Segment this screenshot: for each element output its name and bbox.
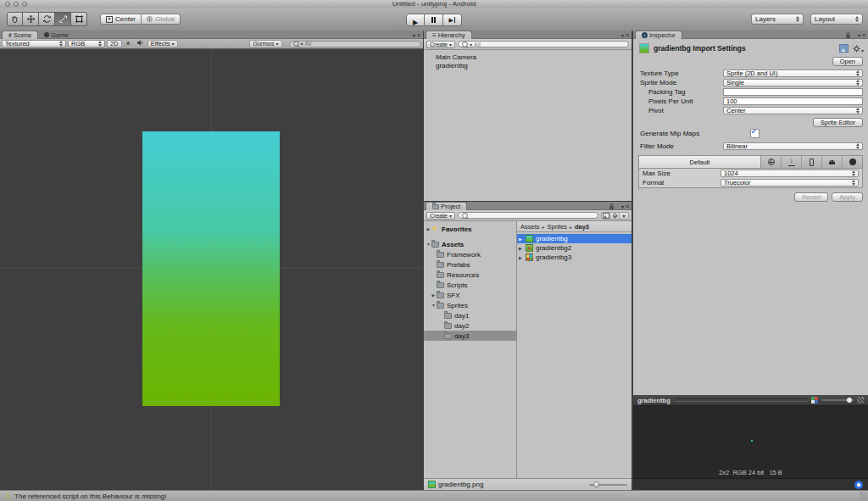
scene-search-input[interactable]: All [289, 41, 421, 47]
tab-project[interactable]: Project [426, 202, 467, 210]
tree-item-day2[interactable]: day2 [424, 320, 516, 331]
open-button[interactable]: Open [832, 57, 863, 66]
tab-hierarchy[interactable]: Hierarchy [426, 31, 472, 39]
platform-tab-default[interactable]: Default [639, 156, 761, 168]
step-button[interactable] [443, 14, 462, 26]
thumbnail-size-slider[interactable] [589, 484, 627, 486]
texture-type-dropdown[interactable]: Sprite (2D and UI) [723, 70, 863, 77]
tab-game[interactable]: Game [38, 31, 74, 39]
breadcrumb-assets[interactable]: Assets [520, 223, 545, 231]
project-create-button[interactable]: Create [426, 212, 455, 220]
file-row-gradientbg[interactable]: gradientbg [517, 234, 632, 243]
file-row-gradientbg3[interactable]: gradientbg3 [517, 253, 632, 262]
apply-button[interactable]: Apply [832, 192, 863, 202]
pivot-dropdown[interactable]: Center [723, 107, 863, 114]
draw-mode-dropdown[interactable]: Textured [2, 40, 66, 47]
tree-item-sprites[interactable]: Sprites [424, 300, 516, 310]
pane-menu-icon[interactable] [858, 31, 865, 39]
tab-inspector[interactable]: Inspector [635, 31, 682, 39]
search-by-type-button[interactable] [601, 212, 610, 220]
platform-tab-ios[interactable] [802, 156, 822, 168]
collapse-arrow-icon[interactable] [431, 303, 437, 308]
scale-tool-button[interactable] [55, 12, 71, 26]
hierarchy-item-main-camera[interactable]: Main Camera [424, 53, 632, 61]
render-mode-dropdown[interactable]: RGB [68, 40, 105, 47]
tree-item-scripts[interactable]: Scripts [424, 280, 516, 290]
resize-grip-icon[interactable] [860, 492, 867, 499]
tree-item-favorites[interactable]: Favorites [424, 224, 516, 234]
minimize-button[interactable] [14, 2, 19, 7]
format-dropdown[interactable]: Truecolor [721, 179, 859, 186]
gizmos-dropdown[interactable]: Gizmos [249, 40, 281, 47]
sprite-mode-dropdown[interactable]: Single [723, 79, 863, 86]
scene-lighting-button[interactable] [124, 40, 133, 47]
space-toggle-button[interactable]: Global [142, 14, 181, 25]
max-size-dropdown[interactable]: 1024 [721, 170, 859, 177]
effects-dropdown[interactable]: Effects [147, 40, 178, 47]
pause-button[interactable] [425, 14, 443, 26]
mip-level-icon[interactable] [857, 397, 864, 404]
close-button[interactable] [5, 2, 10, 7]
hierarchy-item-gradientbg[interactable]: gradientbg [424, 61, 632, 70]
tree-item-day3[interactable]: day3 [424, 331, 516, 341]
pixels-per-unit-field[interactable]: 100 [723, 97, 863, 105]
rgb-alpha-toggle-icon[interactable] [811, 397, 818, 404]
zoom-button[interactable] [22, 2, 27, 7]
tree-item-prefabs[interactable]: Prefabs [424, 259, 516, 270]
texture-icon[interactable] [839, 44, 849, 53]
pane-menu-icon[interactable] [621, 202, 629, 210]
tree-item-resources[interactable]: Resources [424, 270, 516, 280]
generate-mip-maps-checkbox[interactable] [750, 129, 760, 138]
scene-audio-button[interactable] [135, 40, 146, 47]
slider-knob[interactable] [593, 482, 599, 487]
project-search-input[interactable] [458, 212, 598, 219]
expand-arrow-icon[interactable] [426, 226, 431, 231]
pivot-toggle-button[interactable]: Center [100, 14, 142, 25]
packing-tag-field[interactable] [723, 88, 863, 96]
pane-menu-icon[interactable] [413, 31, 420, 39]
gear-menu-button[interactable] [853, 41, 864, 56]
status-bar[interactable]: The referenced script on this Behaviour … [0, 490, 868, 501]
hand-tool-button[interactable] [7, 12, 23, 26]
breadcrumb-day3[interactable]: day3 [575, 223, 589, 231]
scene-viewport[interactable] [0, 49, 423, 490]
slider-knob[interactable] [847, 398, 852, 403]
tree-item-sfx[interactable]: SFX [424, 290, 516, 300]
file-row-gradientbg2[interactable]: gradientbg2 [517, 243, 632, 253]
platform-tab-other[interactable] [843, 156, 862, 168]
rect-tool-button[interactable] [71, 12, 87, 26]
move-tool-button[interactable] [23, 12, 39, 26]
hierarchy-search-input[interactable]: All [458, 41, 629, 47]
preview-header[interactable]: gradientbg [633, 395, 868, 406]
rotate-tool-button[interactable] [39, 12, 55, 26]
breadcrumb-sprites[interactable]: Sprites [548, 223, 572, 231]
expand-arrow-icon[interactable] [519, 255, 523, 260]
layout-dropdown[interactable]: Layout [810, 14, 863, 25]
tree-item-assets[interactable]: Assets [424, 239, 516, 249]
expand-arrow-icon[interactable] [519, 246, 523, 251]
pane-menu-icon[interactable] [621, 31, 629, 39]
platform-tab-standalone[interactable] [782, 156, 802, 168]
platform-tab-android[interactable] [822, 156, 843, 168]
expand-arrow-icon[interactable] [519, 237, 523, 242]
search-by-label-button[interactable] [610, 212, 620, 220]
tree-item-framework[interactable]: Framework [424, 249, 516, 259]
hierarchy-create-button[interactable]: Create [426, 41, 455, 48]
lock-icon[interactable] [609, 206, 614, 209]
2d-toggle-button[interactable]: 2D [107, 40, 122, 47]
filter-mode-dropdown[interactable]: Bilinear [723, 142, 863, 150]
play-button[interactable] [406, 14, 425, 26]
preview-content[interactable]: 2x2 RGB 24 bit 15 B [633, 406, 868, 479]
collapse-arrow-icon[interactable] [426, 242, 431, 247]
favorites-filter-button[interactable] [620, 212, 629, 220]
lock-icon[interactable] [846, 35, 850, 38]
preview-zoom-slider[interactable] [821, 399, 854, 401]
asset-labels-icon[interactable] [854, 481, 863, 489]
layers-dropdown[interactable]: Layers [751, 14, 804, 25]
tab-scene[interactable]: Scene [2, 31, 38, 39]
tree-item-day1[interactable]: day1 [424, 310, 516, 320]
sprite-editor-button[interactable]: Sprite Editor [813, 118, 863, 127]
revert-button[interactable]: Revert [794, 192, 828, 202]
gradientbg-sprite[interactable] [142, 131, 280, 406]
expand-arrow-icon[interactable] [431, 292, 437, 298]
